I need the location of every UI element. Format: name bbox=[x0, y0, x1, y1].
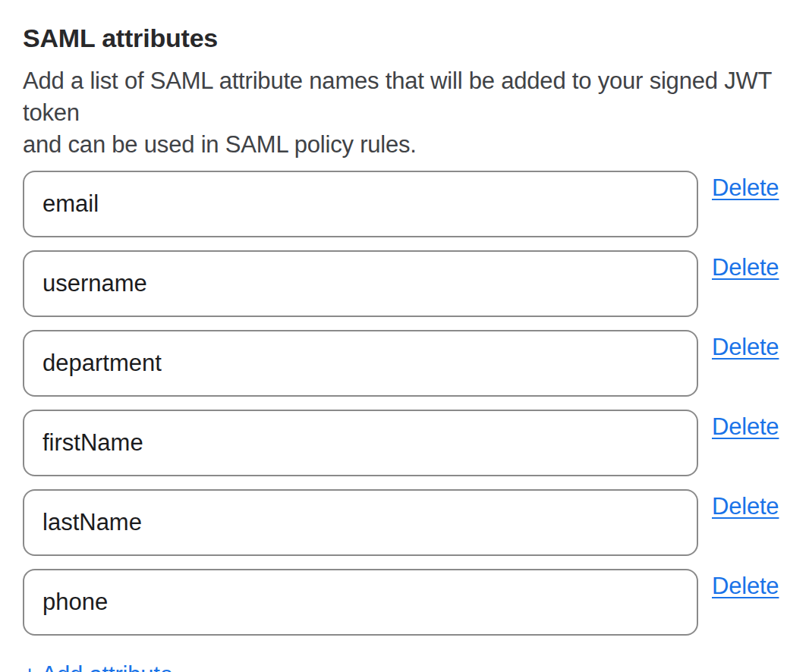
delete-link[interactable]: Delete bbox=[712, 253, 779, 282]
add-attribute-link[interactable]: + Add attribute bbox=[23, 661, 173, 672]
attribute-row: Delete bbox=[23, 569, 809, 636]
saml-attributes-section: SAML attributes Add a list of SAML attri… bbox=[0, 0, 809, 672]
attribute-row: Delete bbox=[23, 330, 809, 397]
description-line-1: Add a list of SAML attribute names that … bbox=[23, 65, 809, 129]
attribute-list: Delete Delete Delete Delete Delete Delet… bbox=[23, 171, 809, 636]
delete-link[interactable]: Delete bbox=[712, 492, 779, 521]
attribute-input-email[interactable] bbox=[23, 171, 698, 237]
attribute-input-username[interactable] bbox=[23, 250, 698, 317]
attribute-input-phone[interactable] bbox=[23, 569, 698, 636]
attribute-row: Delete bbox=[23, 410, 809, 476]
attribute-input-department[interactable] bbox=[23, 330, 698, 397]
attribute-input-firstname[interactable] bbox=[23, 410, 698, 476]
page-title: SAML attributes bbox=[23, 23, 809, 53]
delete-link[interactable]: Delete bbox=[712, 572, 779, 601]
description-line-2: and can be used in SAML policy rules. bbox=[23, 129, 809, 161]
delete-link[interactable]: Delete bbox=[712, 413, 779, 441]
delete-link[interactable]: Delete bbox=[712, 174, 779, 203]
delete-link[interactable]: Delete bbox=[712, 333, 779, 362]
attribute-row: Delete bbox=[23, 250, 809, 317]
attribute-row: Delete bbox=[23, 171, 809, 237]
section-description: Add a list of SAML attribute names that … bbox=[23, 65, 809, 161]
attribute-row: Delete bbox=[23, 489, 809, 556]
attribute-input-lastname[interactable] bbox=[23, 489, 698, 556]
